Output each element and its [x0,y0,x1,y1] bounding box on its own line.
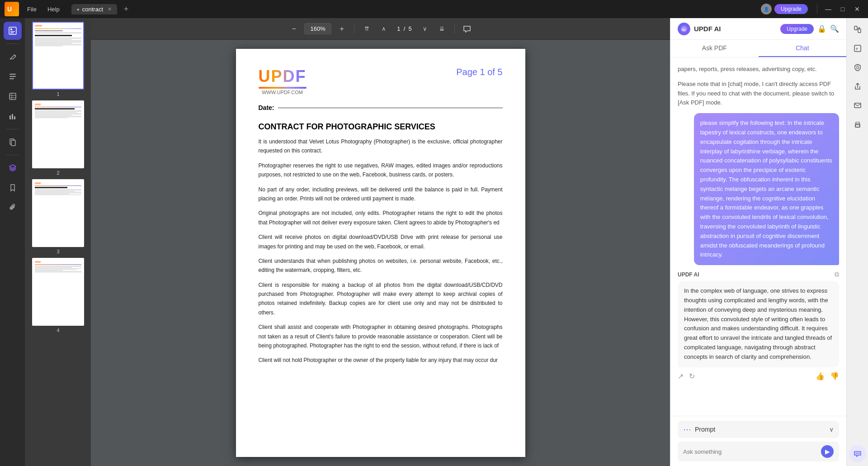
toolbar-table-icon[interactable] [4,87,22,105]
right-print-icon[interactable] [850,117,865,132]
main-layout: UPDF [0,18,868,466]
contract-para-3: No part of any order, including previews… [259,185,503,204]
svg-point-30 [859,453,859,454]
nav-first-button[interactable]: ⇈ [360,22,373,36]
thumb-label-4: 4 [57,328,59,333]
ai-thumbup-button[interactable]: 👍 [816,372,825,380]
prompt-selector[interactable]: ⋯ Prompt ∨ [678,421,839,438]
ai-logo: AI [678,23,690,35]
prompt-input-row: ▶ [678,442,839,461]
nav-last-button[interactable]: ⇊ [435,22,449,36]
svg-text:U: U [7,5,12,13]
date-underline [278,108,503,108]
contract-para-7: Client is responsible for making a backu… [259,281,503,318]
new-tab-button[interactable]: + [121,4,132,14]
toolbar-list-icon[interactable] [4,67,22,86]
ai-share-button[interactable]: ↗ [678,372,684,380]
svg-rect-8 [9,93,16,100]
toolbar-layers-icon[interactable] [4,159,22,177]
contract-para-9: Client will not hold Photographer or the… [259,356,503,365]
ai-thumbdown-button[interactable]: 👎 [830,372,839,380]
nav-next-button[interactable]: ∨ [418,22,432,36]
page-indicator: 1 / 5 [394,24,415,34]
ai-messages-area[interactable]: papers, reports, press releases, adverti… [670,57,846,416]
titlebar-upgrade-button[interactable]: Upgrade [774,4,808,14]
user-avatar: 👤 [761,4,772,14]
close-button[interactable]: ✕ [851,3,863,15]
contract-para-1: It is understood that Velvet Lotus Photo… [259,137,503,156]
toolbar-attach-icon[interactable] [4,199,22,217]
svg-text:T: T [856,47,858,51]
maximize-button[interactable]: □ [836,3,849,15]
toolbar-bookmark-icon[interactable] [4,179,22,197]
document-tab[interactable]: ● contract ✕ [71,4,117,14]
ai-response-text: In the complex web of language, one stri… [678,281,839,367]
toolbar-sep-2 [454,24,455,33]
tab-chat[interactable]: Chat [759,40,847,57]
svg-rect-19 [854,26,857,30]
thumbnail-1[interactable]: UPDF [29,22,87,97]
svg-rect-24 [854,103,861,108]
svg-rect-1 [9,27,16,34]
thumbnail-4[interactable]: UPDF 4 [29,258,87,333]
toolbar-separator-3 [6,155,19,155]
zoom-out-button[interactable]: − [287,22,301,36]
tab-close[interactable]: ✕ [108,6,112,12]
right-email-icon[interactable] [850,98,865,113]
zoom-level-display: 160% [304,23,331,34]
right-convert-icon[interactable] [850,22,865,37]
ai-refresh-button[interactable]: ↻ [689,372,695,380]
right-ocr-icon[interactable]: T [850,41,865,56]
ai-lock-icon[interactable]: 🔒 [817,24,826,33]
toolbar-pages-icon[interactable] [4,133,22,151]
system-message-1: papers, reports, press releases, adverti… [678,65,839,74]
toolbar-annotate-icon[interactable] [4,48,22,66]
contract-para-2: Photographer reserves the right to use n… [259,161,503,180]
svg-rect-7 [9,78,14,79]
ai-label-text: UPDF AI [678,271,699,278]
svg-rect-12 [9,115,11,119]
svg-rect-3 [10,31,15,32]
thumb-image-3: UPDF [32,179,84,247]
svg-rect-20 [858,29,861,33]
thumb-label-1: 1 [57,91,59,97]
thumb-image-2: UPDF [32,100,84,168]
user-message: please simplify the following text: In t… [694,113,839,265]
toolbar-chart-icon[interactable] [4,107,22,125]
svg-rect-14 [14,116,15,119]
toolbar-edit-icon[interactable] [4,22,22,40]
menu-help[interactable]: Help [43,4,64,14]
titlebar: U File Help ● contract ✕ + 👤 Upgrade — □… [0,0,868,18]
contract-para-4: Original photographs are not included, o… [259,209,503,227]
pdf-content-area[interactable]: UPDF WWW.UPDF.COM Page 1 of 5 Date: CONT… [91,40,670,466]
nav-prev-button[interactable]: ∧ [377,22,391,36]
thumbnail-2[interactable]: UPDF 2 [29,100,87,176]
menu-file[interactable]: File [23,4,41,14]
prompt-input[interactable] [683,448,817,455]
prompt-send-button[interactable]: ▶ [821,445,834,458]
tab-indicator: ● [77,7,80,12]
ai-copy-icon[interactable]: ⧉ [835,271,839,278]
updf-brand-rainbow [259,87,307,89]
svg-text:AI: AI [682,28,685,32]
comment-button[interactable] [460,22,474,36]
svg-rect-2 [10,29,12,30]
svg-rect-13 [12,114,13,119]
right-ai-chat-icon[interactable] [849,445,866,462]
ai-search-icon[interactable]: 🔍 [830,24,839,33]
contract-para-5: Client will receive photos on digital do… [259,233,503,251]
contract-title: CONTRACT FOR PHOTOGRAPHIC SERVICES [259,122,503,132]
window-controls: 👤 Upgrade — □ ✕ [761,3,863,15]
thumbnail-3[interactable]: UPDF 3 [29,179,87,254]
toolbar-sep [354,24,354,33]
right-protect-icon[interactable] [850,60,865,75]
minimize-button[interactable]: — [822,3,835,15]
updf-brand-text: UPDF [259,67,307,86]
zoom-in-button[interactable]: + [335,22,349,36]
ai-upgrade-button[interactable]: Upgrade [780,24,814,34]
menu-bar: File Help [23,4,64,14]
tab-ask-pdf[interactable]: Ask PDF [670,40,759,57]
app-logo: U [5,2,19,16]
right-share-icon[interactable] [850,79,865,94]
toolbar-separator-2 [6,129,19,129]
